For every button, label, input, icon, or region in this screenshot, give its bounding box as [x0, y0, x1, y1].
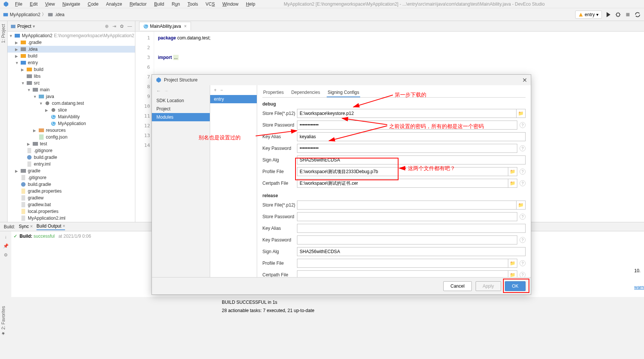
menu-view[interactable]: View — [42, 1, 58, 8]
tree-item[interactable]: MyApplication2.iml — [8, 215, 135, 222]
debug-profile-input[interactable] — [297, 167, 508, 176]
help-icon[interactable]: ? — [520, 180, 526, 186]
menu-analyze[interactable]: Analyze — [103, 1, 125, 8]
menu-code[interactable]: Code — [85, 1, 102, 8]
menu-vcs[interactable]: VCS — [203, 1, 218, 8]
menu-window[interactable]: Window — [219, 1, 241, 8]
tree-item[interactable]: local.properties — [8, 208, 135, 215]
tree-item[interactable]: ▶build — [8, 66, 135, 73]
tree-item[interactable]: ▶resources — [8, 127, 135, 134]
tree-item[interactable]: CMainAbility — [8, 113, 135, 120]
breadcrumb-root[interactable]: MyApplication2 — [10, 12, 40, 17]
debug-signalg-input[interactable] — [297, 155, 526, 164]
release-profile-input[interactable] — [297, 259, 508, 268]
menu-tools[interactable]: Tools — [185, 1, 201, 8]
debug-storepass-input[interactable] — [297, 121, 517, 130]
tree-item[interactable]: gradle.properties — [8, 188, 135, 195]
tree-item[interactable]: build.gradle — [8, 154, 135, 161]
forward-icon[interactable]: → — [164, 88, 168, 94]
menu-help[interactable]: Help — [243, 1, 258, 8]
debug-storefile-input[interactable] — [297, 109, 517, 118]
tree-item[interactable]: .gitignore — [8, 174, 135, 181]
tree-item[interactable]: ▼entry — [8, 59, 135, 66]
menu-navigate[interactable]: Navigate — [59, 1, 83, 8]
nav-modules[interactable]: Modules — [152, 113, 210, 121]
tab-sync[interactable]: Sync × — [19, 224, 33, 230]
help-icon[interactable]: ? — [520, 272, 526, 277]
release-keypass-input[interactable] — [297, 235, 517, 244]
menu-file[interactable]: File — [12, 1, 25, 8]
menu-run[interactable]: Run — [169, 1, 183, 8]
tree-item[interactable]: ▶.idea — [8, 46, 135, 53]
browse-icon[interactable]: 📁 — [508, 167, 517, 176]
cancel-button[interactable]: Cancel — [443, 281, 471, 291]
help-icon[interactable]: ? — [520, 145, 526, 151]
tree-item[interactable]: entry.iml — [8, 161, 135, 167]
debug-icon[interactable] — [615, 11, 621, 18]
tree-item[interactable]: ▼main — [8, 86, 135, 93]
tree-item[interactable]: build.gradle — [8, 181, 135, 188]
tree-item[interactable]: ▶test — [8, 140, 135, 147]
browse-icon[interactable]: 📁 — [508, 179, 517, 188]
gear-icon[interactable]: ✿ — [120, 24, 124, 29]
nav-project[interactable]: Project — [152, 105, 210, 113]
release-keyalias-input[interactable] — [297, 224, 526, 233]
tab-signing-configs[interactable]: Signing Configs — [327, 88, 360, 97]
help-icon[interactable]: ? — [520, 169, 526, 175]
collapse-icon[interactable]: ⇥ — [112, 24, 116, 29]
debug-certpath-input[interactable] — [297, 179, 508, 188]
run-config-selector[interactable]: entry ▾ — [575, 11, 602, 19]
gear-icon[interactable]: ⚙ — [4, 252, 8, 258]
help-icon[interactable]: ? — [520, 122, 526, 128]
debug-keypass-input[interactable] — [297, 144, 517, 153]
release-certpath-input[interactable] — [297, 270, 508, 277]
tree-item[interactable]: ▼java — [8, 93, 135, 100]
tree-item[interactable]: gradlew.bat — [8, 201, 135, 208]
tree-item[interactable]: CMyApplication — [8, 120, 135, 127]
tab-build-output[interactable]: Build Output × — [36, 223, 65, 230]
filter-icon[interactable]: ↓ — [5, 234, 7, 240]
menu-refactor[interactable]: Refactor — [127, 1, 150, 8]
tree-item[interactable]: ▼com.datang.test — [8, 100, 135, 107]
release-storefile-input[interactable] — [297, 201, 517, 210]
remove-icon[interactable]: − — [220, 87, 223, 93]
menu-build[interactable]: Build — [151, 1, 167, 8]
tree-item[interactable]: libs — [8, 73, 135, 80]
sync-icon[interactable] — [634, 11, 641, 18]
nav-sdk-location[interactable]: SDK Location — [152, 97, 210, 105]
tree-item[interactable]: ▶.gradle — [8, 39, 135, 46]
tab-dependencies[interactable]: Dependencies — [291, 88, 321, 97]
module-entry[interactable]: entry — [210, 95, 257, 103]
add-icon[interactable]: + — [214, 87, 217, 93]
breadcrumb-idea[interactable]: .idea — [55, 12, 64, 17]
tree-item[interactable]: gradlew — [8, 195, 135, 201]
ok-button[interactable]: OK — [505, 281, 526, 291]
pin-icon[interactable]: 📌 — [3, 243, 9, 249]
release-signalg-input[interactable] — [297, 247, 526, 256]
back-icon[interactable]: ← — [156, 88, 161, 94]
apply-button[interactable]: Apply — [476, 281, 501, 291]
hide-icon[interactable]: — — [127, 24, 132, 29]
help-icon[interactable]: ? — [520, 237, 526, 243]
close-icon[interactable]: ✕ — [522, 77, 527, 84]
chevron-down-icon[interactable]: ▾ — [33, 24, 35, 29]
browse-icon[interactable]: 📁 — [517, 109, 526, 118]
tree-root[interactable]: ▼MyApplication2E:\hongmengworkspace\MyAp… — [8, 32, 135, 39]
tree-item[interactable]: ▶build — [8, 53, 135, 59]
locate-icon[interactable]: ⊕ — [105, 24, 109, 29]
browse-icon[interactable]: 📁 — [517, 201, 526, 210]
favorites-tab[interactable]: ★ 2: Favorites — [0, 305, 8, 359]
tree-item[interactable]: .gitignore — [8, 147, 135, 154]
browse-icon[interactable]: 📁 — [508, 270, 517, 277]
tree-item[interactable]: ▼src — [8, 80, 135, 86]
project-tool-tab[interactable]: 1: Project — [0, 21, 8, 222]
close-icon[interactable]: × — [184, 24, 186, 29]
tree-item[interactable]: ▶slice — [8, 107, 135, 113]
project-tree[interactable]: ▼MyApplication2E:\hongmengworkspace\MyAp… — [8, 32, 135, 222]
tree-item[interactable]: config.json — [8, 134, 135, 140]
breadcrumb[interactable]: MyApplication2 〉 .idea — [3, 11, 64, 18]
menu-edit[interactable]: Edit — [27, 1, 41, 8]
debug-keyalias-input[interactable] — [297, 132, 526, 141]
release-storepass-input[interactable] — [297, 212, 517, 221]
help-icon[interactable]: ? — [520, 214, 526, 220]
